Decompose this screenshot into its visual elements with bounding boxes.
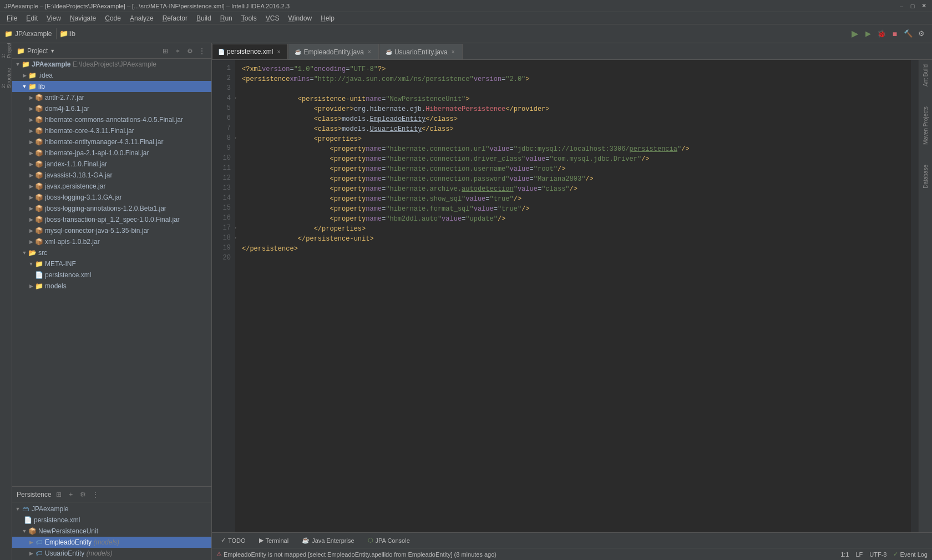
gear-icon[interactable]: ⋮ [197,46,207,56]
jar-hem[interactable]: ▶ 📦 hibernate-entitymanager-4.3.11.Final… [12,136,211,147]
jar-hcore[interactable]: ▶ 📦 hibernate-core-4.3.11.Final.jar [12,125,211,136]
java-enterprise-tab[interactable]: ☕ Java Enterprise [297,536,358,545]
src-label: src [38,249,47,257]
code-line-19: </persistence> [242,244,904,254]
code-line-7: <class>models.UsuarioEntity</class> [242,124,904,134]
code-line-17: ▼ </properties> [242,224,904,234]
close-button[interactable]: ✕ [920,2,928,10]
event-log[interactable]: ✓ Event Log [893,551,928,558]
todo-tab[interactable]: ✓ TODO [216,536,250,545]
menu-code[interactable]: Code [100,13,125,23]
event-log-button[interactable]: ⚠ EmpleadoEntity is not mapped [select E… [216,551,497,558]
project-dropdown[interactable]: 📁 Project ▼ [17,47,158,55]
run-config-button[interactable]: ▶ [849,28,861,40]
xml-label: persistence.xml [45,271,91,279]
tab-usuario[interactable]: ☕ UsuarioEntity.java × [379,44,463,59]
menu-vcs[interactable]: VCS [261,13,284,23]
menu-window[interactable]: Window [283,13,316,23]
menu-edit[interactable]: Edit [22,13,42,23]
je-label: Java Enterprise [312,537,354,544]
code-editor[interactable]: <?xml version="1.0" encoding="UTF-8"?> <… [235,60,911,532]
persist-more-btn[interactable]: ⋮ [90,490,100,500]
jar-hjpa[interactable]: ▶ 📦 hibernate-jpa-2.1-api-1.0.0.Final.ja… [12,147,211,159]
meta-inf-folder[interactable]: ▼ 📁 META-INF [12,258,211,269]
tab-persistence-xml[interactable]: 📄 persistence.xml × [212,44,288,59]
models-folder[interactable]: ▶ 📁 models [12,281,211,292]
persist-collapse-btn[interactable]: ⊞ [54,490,64,500]
minimize-button[interactable]: – [898,2,905,10]
persist-add-btn[interactable]: + [66,490,76,500]
persist-unit[interactable]: ▼ 📦 NewPersistenceUnit [12,526,211,537]
jar-hca[interactable]: ▶ 📦 hibernate-commons-annotations-4.0.5.… [12,114,211,125]
maven-panel[interactable]: Maven Projects [921,102,930,149]
persist-xml[interactable]: 📄 persistence.xml [12,515,211,526]
menu-view[interactable]: View [42,13,65,23]
jar-jboss-log-ann[interactable]: ▶ 📦 jboss-logging-annotations-1.2.0.Beta… [12,203,211,214]
tab-java-close1[interactable]: × [366,49,373,55]
idea-folder[interactable]: ▶ 📁 .idea [12,70,211,81]
terminal-tab[interactable]: ▶ Terminal [255,536,293,545]
persist-root[interactable]: ▼ 🗃 JPAexample [12,503,211,515]
persist-xml-label: persistence.xml [34,516,80,524]
meta-icon: 📁 [34,259,43,268]
root-arrow: ▼ [14,61,21,68]
cursor-position[interactable]: 1:1 [840,551,849,558]
src-folder[interactable]: ▼ 📂 src [12,247,211,258]
jpa-console-tab[interactable]: ⬡ JPA Console [363,536,414,545]
persistence-panel-header: Persistence ⊞ + ⚙ ⋮ [12,487,211,502]
debug-button[interactable]: 🐞 [875,28,888,40]
menu-tools[interactable]: Tools [237,13,261,23]
persist-usuario[interactable]: ▶ 🏷 UsuarioEntity (models) [12,548,211,559]
jar-jboss-tx[interactable]: ▶ 📦 jboss-transaction-api_1.2_spec-1.0.0… [12,214,211,225]
menu-navigate[interactable]: Navigate [65,13,100,23]
menu-file[interactable]: File [2,13,22,23]
line-ending[interactable]: LF [855,551,863,558]
settings-icon[interactable]: ⚙ [185,46,195,56]
menu-run[interactable]: Run [216,13,237,23]
lib-folder[interactable]: 📁 lib [61,28,73,40]
persist-settings-btn[interactable]: ⚙ [78,490,88,500]
stop-button[interactable]: ■ [889,28,901,40]
run-button[interactable]: ▶ [862,28,874,40]
jar-mysql[interactable]: ▶ 📦 mysql-connector-java-5.1.35-bin.jar [12,225,211,236]
settings-button[interactable]: ⚙ [915,28,928,40]
jar-xmlapis[interactable]: ▶ 📦 xml-apis-1.0.b2.jar [12,236,211,247]
menu-analyze[interactable]: Analyze [125,13,158,23]
persistence-xml-file[interactable]: 📄 persistence.xml [12,269,211,281]
tree-root[interactable]: ▼ 📁 JPAexample E:\IdeaProjects\JPAexampl… [12,59,211,70]
tab-xml-close[interactable]: × [275,48,282,55]
tab-java-icon2: ☕ [386,49,392,55]
status-left: ⚠ EmpleadoEntity is not mapped [select E… [216,551,840,558]
menu-refactor[interactable]: Refactor [158,13,192,23]
tab-empleado[interactable]: ☕ EmpleadoEntity.java × [288,44,379,59]
jar-jboss-log[interactable]: ▶ 📦 jboss-logging-3.1.3.GA.jar [12,192,211,203]
jar-dom4j[interactable]: ▶ 📦 dom4j-1.6.1.jar [12,103,211,114]
persist-root-arrow: ▼ [14,506,21,512]
restore-button[interactable]: □ [909,2,916,10]
models-label: models [45,282,67,290]
jar-jandex[interactable]: ▶ 📦 jandex-1.1.0.Final.jar [12,159,211,170]
build-button[interactable]: 🔨 [902,28,914,40]
database-panel[interactable]: Database [921,160,930,193]
jar-label: mysql-connector-java-5.1.35-bin.jar [45,227,149,235]
ant-build-panel[interactable]: Ant Build [921,60,930,91]
jar-javax[interactable]: ▶ 📦 javax.persistence.jar [12,181,211,192]
jar-arrow: ▶ [28,105,34,112]
menu-build[interactable]: Build [192,13,216,23]
tab-java-close2[interactable]: × [450,49,457,55]
left-panel-2[interactable]: 2: Structure [1,73,11,83]
persist-empleado[interactable]: ▶ 🏷 EmpleadoEntity (models) [12,537,211,548]
jar-javassist[interactable]: ▶ 📦 javassist-3.18.1-GA.jar [12,170,211,181]
scroll-gutter [911,60,919,532]
left-panel-1[interactable]: 1: Project [1,45,11,55]
jar-icon: 📦 [34,160,43,169]
locate-button[interactable]: ⌖ [173,46,183,56]
menu-help[interactable]: Help [316,13,339,23]
code-line-11: <property name="hibernate.connection.use… [242,164,904,174]
encoding[interactable]: UTF-8 [869,551,887,558]
jar-antlr[interactable]: ▶ 📦 antlr-2.7.7.jar [12,92,211,103]
collapse-all-button[interactable]: ⊞ [160,46,170,56]
project-selector[interactable]: 📁 JPAexample [4,30,52,38]
code-line-6: <class>models.EmpleadoEntity</class> [242,114,904,124]
lib-folder[interactable]: ▼ 📁 lib [12,81,211,92]
